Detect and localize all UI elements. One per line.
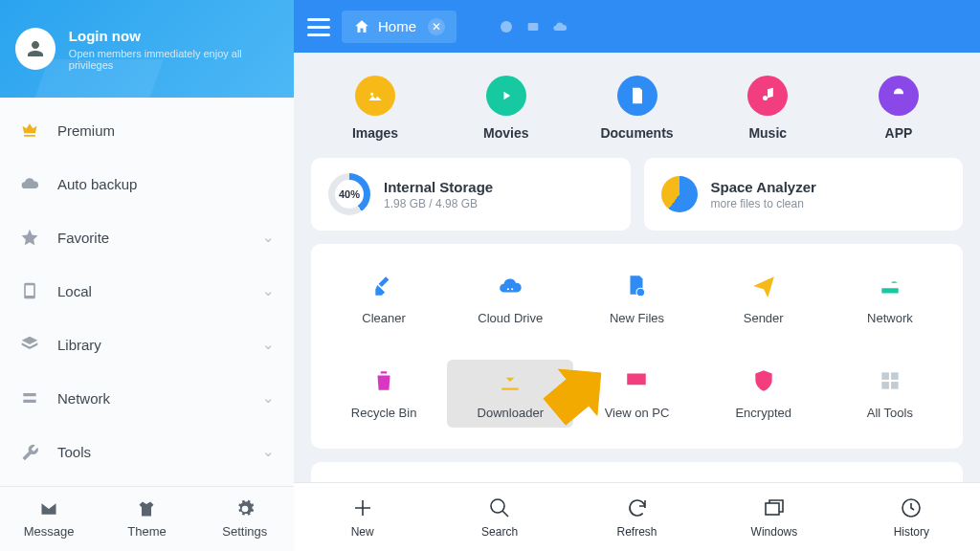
category-row: Images Movies Documents Music APP bbox=[311, 70, 963, 158]
cloud-icon bbox=[19, 173, 40, 194]
storage-donut-icon: 40% bbox=[328, 173, 370, 215]
svg-point-3 bbox=[511, 288, 513, 290]
sidebar-item-label: Auto backup bbox=[57, 176, 137, 192]
svg-point-4 bbox=[636, 288, 645, 297]
message-button[interactable]: Message bbox=[0, 487, 98, 551]
content: Images Movies Documents Music APP 40% bbox=[294, 53, 980, 551]
tool-new-files[interactable]: New Files bbox=[573, 265, 700, 333]
theme-button[interactable]: Theme bbox=[98, 487, 195, 551]
tool-all-tools[interactable]: All Tools bbox=[827, 360, 953, 428]
home-icon bbox=[353, 18, 370, 35]
movies-icon bbox=[486, 76, 526, 116]
login-subtitle: Open members immediately enjoy all privi… bbox=[69, 48, 278, 71]
download-icon bbox=[497, 367, 523, 394]
phone-icon bbox=[19, 280, 40, 301]
internal-storage-card[interactable]: 40% Internal Storage 1.98 GB / 4.98 GB bbox=[311, 158, 631, 231]
tool-cloud-drive[interactable]: Cloud Drive bbox=[447, 265, 573, 333]
refresh-button[interactable]: Refresh bbox=[568, 483, 705, 551]
sidebar-item-favorite[interactable]: Favorite ⌄ bbox=[0, 210, 294, 264]
grid-icon bbox=[877, 367, 903, 394]
main: Home ✕ Images Movies Documents bbox=[294, 0, 980, 551]
cloud-small-icon bbox=[552, 19, 568, 34]
sidebar-item-autobackup[interactable]: Auto backup bbox=[0, 157, 294, 210]
sidebar-item-local[interactable]: Local ⌄ bbox=[0, 264, 294, 318]
tool-view-on-pc[interactable]: View on PC bbox=[573, 360, 700, 428]
avatar bbox=[15, 28, 56, 70]
svg-rect-8 bbox=[891, 382, 899, 389]
settings-button[interactable]: Settings bbox=[196, 487, 294, 551]
file-clock-icon bbox=[623, 273, 650, 299]
login-title: Login now bbox=[69, 28, 278, 44]
layers-icon bbox=[19, 334, 40, 355]
sidebar-item-label: Favorite bbox=[57, 230, 109, 246]
send-icon bbox=[750, 273, 777, 299]
shirt-icon bbox=[137, 499, 156, 518]
android-icon bbox=[879, 76, 919, 116]
sidebar-item-label: Network bbox=[57, 390, 110, 407]
crown-icon bbox=[19, 120, 40, 141]
svg-rect-7 bbox=[881, 382, 889, 389]
tool-sender[interactable]: Sender bbox=[701, 265, 827, 333]
history-icon bbox=[900, 496, 923, 519]
tool-network[interactable]: Network bbox=[827, 265, 953, 333]
sidebar-item-library[interactable]: Library ⌄ bbox=[0, 318, 294, 371]
tab-home[interactable]: Home ✕ bbox=[342, 11, 457, 43]
sidebar-bottom: Message Theme Settings bbox=[0, 486, 294, 551]
tool-cleaner[interactable]: Cleaner bbox=[321, 265, 447, 333]
sidebar-list: Premium Auto backup Favorite ⌄ Local ⌄ L… bbox=[0, 98, 294, 486]
svg-rect-6 bbox=[891, 372, 899, 380]
windows-button[interactable]: Windows bbox=[705, 483, 842, 551]
tool-downloader[interactable]: Downloader bbox=[447, 360, 573, 428]
topbar-status-icons bbox=[472, 19, 568, 34]
images-icon bbox=[355, 76, 395, 116]
sidebar-header[interactable]: Login now Open members immediately enjoy… bbox=[0, 0, 294, 98]
sidebar-item-label: Local bbox=[57, 283, 92, 299]
router-icon bbox=[877, 273, 903, 299]
network-icon bbox=[19, 387, 40, 408]
trash-icon bbox=[370, 367, 397, 394]
windows-icon bbox=[763, 496, 786, 519]
chevron-down-icon: ⌄ bbox=[262, 282, 275, 299]
category-documents[interactable]: Documents bbox=[594, 76, 680, 141]
tool-encrypted[interactable]: Encrypted bbox=[701, 360, 827, 428]
topbar: Home ✕ bbox=[294, 0, 980, 53]
cloud-icon bbox=[497, 273, 523, 299]
sidebar-item-network[interactable]: Network ⌄ bbox=[0, 371, 294, 425]
search-button[interactable]: Search bbox=[431, 483, 568, 551]
sidebar-item-label: Premium bbox=[57, 122, 115, 139]
tool-recycle-bin[interactable]: Recycle Bin bbox=[321, 360, 447, 428]
envelope-icon bbox=[39, 499, 58, 518]
category-app[interactable]: APP bbox=[856, 76, 942, 141]
gear-icon bbox=[235, 499, 255, 518]
category-images[interactable]: Images bbox=[332, 76, 418, 141]
sidebar-item-premium[interactable]: Premium bbox=[0, 103, 294, 157]
bottombar: New Search Refresh Windows History bbox=[294, 482, 980, 551]
svg-rect-1 bbox=[528, 23, 539, 31]
documents-icon bbox=[617, 76, 657, 116]
close-tab-button[interactable]: ✕ bbox=[428, 18, 445, 35]
broom-icon bbox=[370, 273, 397, 299]
card-icon bbox=[525, 19, 541, 34]
star-icon bbox=[19, 227, 40, 248]
chevron-down-icon: ⌄ bbox=[262, 229, 275, 246]
sidebar-item-tools[interactable]: Tools ⌄ bbox=[0, 425, 294, 478]
pc-icon bbox=[623, 367, 650, 394]
shield-icon bbox=[750, 367, 777, 394]
category-movies[interactable]: Movies bbox=[463, 76, 549, 141]
download-icon bbox=[472, 19, 487, 34]
category-music[interactable]: Music bbox=[724, 76, 811, 141]
svg-point-2 bbox=[507, 288, 509, 290]
menu-button[interactable] bbox=[305, 13, 332, 40]
music-icon bbox=[747, 76, 788, 116]
svg-point-9 bbox=[491, 499, 504, 513]
space-analyzer-card[interactable]: Space Analyzer more files to clean bbox=[644, 158, 964, 231]
sidebar-item-label: Tools bbox=[57, 444, 91, 460]
search-icon bbox=[488, 496, 511, 519]
tools-grid: Cleaner Cloud Drive New Files Sender Net… bbox=[311, 244, 963, 449]
history-button[interactable]: History bbox=[843, 483, 980, 551]
pie-icon bbox=[499, 19, 514, 34]
chevron-down-icon: ⌄ bbox=[262, 443, 275, 460]
svg-rect-5 bbox=[881, 372, 889, 380]
svg-point-0 bbox=[501, 21, 512, 33]
new-button[interactable]: New bbox=[294, 483, 431, 551]
